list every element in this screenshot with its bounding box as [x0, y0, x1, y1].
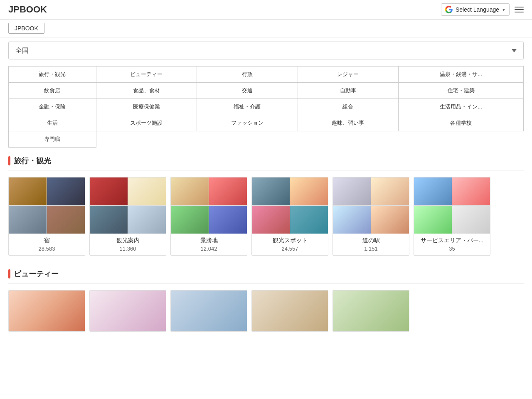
category-cell[interactable]: 組合: [298, 99, 398, 115]
card-title: サービスエリア・パー...: [417, 237, 487, 244]
category-cell[interactable]: ファッション: [197, 115, 298, 131]
category-cell[interactable]: [197, 131, 298, 148]
beauty-card-2[interactable]: [89, 290, 166, 332]
travel-card-grid: 宿28,583観光案内11,360景勝地12,042観光スポット24,557道の…: [8, 177, 524, 256]
logo[interactable]: JPBOOK: [8, 4, 47, 15]
travel-card[interactable]: 景勝地12,042: [170, 177, 247, 256]
card-title: 観光案内: [93, 237, 163, 244]
card-thumbnail: [171, 177, 247, 234]
category-cell[interactable]: 温泉・銭湯・サ...: [399, 66, 524, 83]
thumb-cell: [47, 177, 85, 205]
nav-tab-jpbook[interactable]: JPBOOK: [8, 23, 44, 34]
category-cell[interactable]: 福祉・介護: [197, 99, 298, 115]
thumb-cell: [90, 177, 128, 205]
thumb-cell: [171, 177, 209, 205]
section-beauty: ビューティー: [8, 269, 524, 332]
beauty-card-row: [8, 290, 524, 332]
thumb-cell: [9, 206, 47, 234]
thumb-cell: [290, 177, 328, 205]
travel-card[interactable]: サービスエリア・パー...35: [414, 177, 490, 256]
nav-bar: JPBOOK: [0, 20, 532, 37]
category-cell[interactable]: [399, 131, 524, 148]
beauty-card-5[interactable]: [332, 290, 409, 332]
region-selector-wrap: 全国: [8, 42, 524, 59]
category-cell[interactable]: 行政: [197, 66, 298, 83]
thumb-cell: [452, 177, 490, 205]
thumb-cell: [90, 206, 128, 234]
thumb-cell: [171, 206, 209, 234]
beauty-card-1[interactable]: [8, 290, 85, 332]
category-cell[interactable]: 食品、食材: [96, 83, 197, 99]
card-count: 12,042: [174, 246, 244, 252]
section-divider: [8, 170, 524, 170]
category-cell[interactable]: 旅行・観光: [9, 66, 96, 83]
card-title: 道の駅: [336, 237, 406, 244]
thumb-cell: [252, 177, 290, 205]
section-beauty-title: ビューティー: [8, 269, 524, 279]
category-cell[interactable]: [298, 131, 398, 148]
category-cell[interactable]: 交通: [197, 83, 298, 99]
thumb-cell: [333, 206, 371, 234]
card-title: 観光スポット: [255, 237, 325, 244]
category-grid: 旅行・観光ビューティー行政レジャー温泉・銭湯・サ...飲食店食品、食材交通自動車…: [8, 66, 524, 148]
category-cell[interactable]: 専門職: [9, 131, 96, 148]
thumb-cell: [371, 177, 409, 205]
thumb-cell: [128, 206, 166, 234]
card-thumbnail: [252, 177, 328, 234]
thumb-cell: [452, 206, 490, 234]
category-cell[interactable]: 医療保健業: [96, 99, 197, 115]
thumb-cell: [414, 177, 452, 205]
thumb-cell: [9, 177, 47, 205]
card-count: 11,360: [93, 246, 163, 252]
category-cell[interactable]: 住宅・建築: [399, 83, 524, 99]
card-title: 宿: [12, 237, 81, 244]
category-cell[interactable]: ビューティー: [96, 66, 197, 83]
thumb-cell: [333, 177, 371, 205]
category-cell[interactable]: 自動車: [298, 83, 398, 99]
header-right: Select Language ▼: [441, 3, 524, 16]
category-cell[interactable]: 飲食店: [9, 83, 96, 99]
header: JPBOOK Select Language ▼: [0, 0, 532, 20]
card-thumbnail: [90, 177, 166, 234]
category-cell[interactable]: 趣味、習い事: [298, 115, 398, 131]
thumb-cell: [371, 206, 409, 234]
card-count: 35: [417, 246, 487, 252]
category-cell[interactable]: 金融・保険: [9, 99, 96, 115]
card-thumbnail: [9, 177, 85, 234]
category-cell[interactable]: 生活: [9, 115, 96, 131]
language-label: Select Language: [456, 6, 499, 13]
travel-card[interactable]: 観光スポット24,557: [251, 177, 328, 256]
card-thumbnail: [414, 177, 490, 234]
travel-card[interactable]: 道の駅1,151: [332, 177, 409, 256]
travel-card[interactable]: 観光案内11,360: [89, 177, 166, 256]
section-beauty-divider: [8, 283, 524, 283]
card-title: 景勝地: [174, 237, 244, 244]
card-count: 1,151: [336, 246, 406, 252]
thumb-cell: [128, 177, 166, 205]
thumb-cell: [290, 206, 328, 234]
google-icon: [445, 5, 453, 14]
beauty-card-4[interactable]: [251, 290, 328, 332]
thumb-cell: [47, 206, 85, 234]
menu-icon[interactable]: [515, 7, 524, 12]
card-count: 28,583: [12, 246, 81, 252]
card-thumbnail: [333, 177, 409, 234]
category-cell[interactable]: 各種学校: [399, 115, 524, 131]
category-cell[interactable]: 生活用品・イン...: [399, 99, 524, 115]
thumb-cell: [252, 206, 290, 234]
language-arrow-icon: ▼: [502, 7, 506, 12]
card-count: 24,557: [255, 246, 325, 252]
category-cell[interactable]: スポーツ施設: [96, 115, 197, 131]
travel-card[interactable]: 宿28,583: [8, 177, 85, 256]
category-cell[interactable]: レジャー: [298, 66, 398, 83]
region-select[interactable]: 全国: [8, 42, 524, 59]
beauty-card-3[interactable]: [170, 290, 247, 332]
category-cell[interactable]: [96, 131, 197, 148]
section-travel: 旅行・観光 宿28,583観光案内11,360景勝地12,042観光スポット24…: [8, 156, 524, 256]
language-selector[interactable]: Select Language ▼: [441, 3, 510, 16]
thumb-cell: [209, 177, 247, 205]
thumb-cell: [209, 206, 247, 234]
thumb-cell: [414, 206, 452, 234]
section-travel-title: 旅行・観光: [8, 156, 524, 166]
